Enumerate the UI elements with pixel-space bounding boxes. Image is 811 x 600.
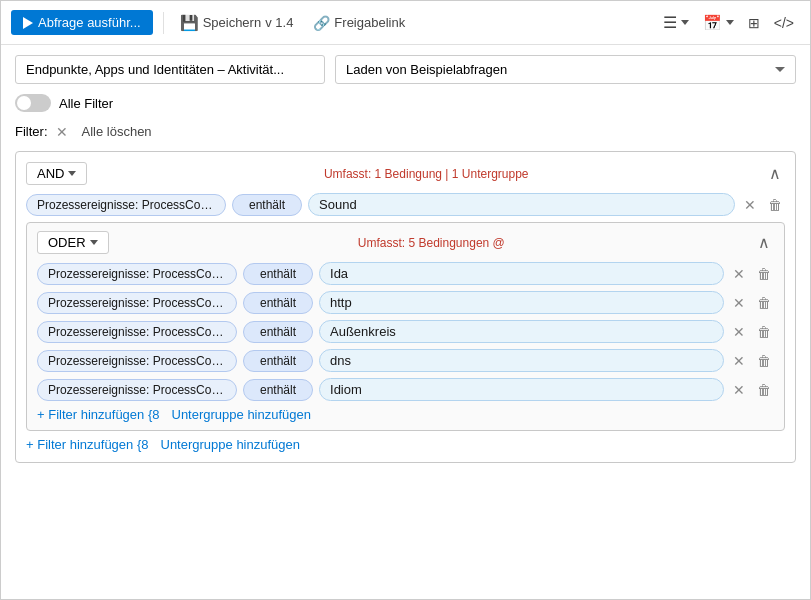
trash-icon: 🗑 [757, 353, 771, 369]
x-icon: ✕ [733, 382, 745, 398]
or-value-field-3[interactable]: dns [319, 349, 724, 372]
cal-chevron-icon [726, 20, 734, 25]
and-condition-row: Prozessereignisse: ProcessComman... enth… [26, 193, 785, 216]
code-icon: </> [774, 15, 794, 31]
or-condition-delete-button-4[interactable]: 🗑 [754, 382, 774, 398]
or-value-field-2[interactable]: Außenkreis [319, 320, 724, 343]
clear-all-label: Alle löschen [82, 124, 152, 139]
share-label: Freigabelink [334, 15, 405, 30]
and-value-field[interactable]: Sound [308, 193, 735, 216]
example-chevron-icon [775, 67, 785, 72]
or-op-button-0[interactable]: enthält [243, 263, 313, 285]
or-field-button-3[interactable]: Prozessereignisse: ProcessComman... [37, 350, 237, 372]
save-icon: 💾 [180, 14, 199, 32]
endpoint-label: Endpunkte, Apps und Identitäten – Aktivi… [26, 62, 284, 77]
or-field-label-2: Prozessereignisse: ProcessComman... [48, 325, 237, 339]
toolbar: Abfrage ausführ... 💾 Speichern v 1.4 🔗 F… [1, 1, 810, 45]
or-condition-delete-button-1[interactable]: 🗑 [754, 295, 774, 311]
or-group-header: ODER Umfasst: 5 Bedingungen @ ∧ [37, 231, 774, 254]
or-condition-delete-button-0[interactable]: 🗑 [754, 266, 774, 282]
run-query-button[interactable]: Abfrage ausführ... [11, 10, 153, 35]
or-op-button-4[interactable]: enthält [243, 379, 313, 401]
and-add-filter-label: + Filter hinzufügen {8 [26, 437, 149, 452]
or-condition-x-button-0[interactable]: ✕ [730, 266, 748, 282]
x-icon: ✕ [733, 353, 745, 369]
or-field-button-0[interactable]: Prozessereignisse: ProcessComman... [37, 263, 237, 285]
or-value-text-0: Ida [330, 266, 348, 281]
and-field-button[interactable]: Prozessereignisse: ProcessComman... [26, 194, 226, 216]
grid-icon: ⊞ [748, 15, 760, 31]
or-condition-x-button-3[interactable]: ✕ [730, 353, 748, 369]
and-op-button[interactable]: AND [26, 162, 87, 185]
or-op-button-2[interactable]: enthält [243, 321, 313, 343]
list-view-button[interactable]: ☰ [657, 9, 695, 36]
or-condition-x-button-1[interactable]: ✕ [730, 295, 748, 311]
and-condition-delete-button[interactable]: 🗑 [765, 197, 785, 213]
run-label: Abfrage ausführ... [38, 15, 141, 30]
or-collapse-icon: ∧ [758, 234, 770, 251]
or-condition-x-button-4[interactable]: ✕ [730, 382, 748, 398]
toolbar-separator [163, 12, 164, 34]
or-condition-x-button-2[interactable]: ✕ [730, 324, 748, 340]
x-icon: ✕ [733, 266, 745, 282]
or-value-field-0[interactable]: Ida [319, 262, 724, 285]
or-field-label-4: Prozessereignisse: ProcessComman... [48, 383, 237, 397]
clear-all-button[interactable]: Alle löschen [76, 120, 158, 143]
and-label: AND [37, 166, 64, 181]
and-add-filter-row: + Filter hinzufügen {8 Untergruppe hinzu… [26, 437, 785, 452]
or-field-button-2[interactable]: Prozessereignisse: ProcessComman... [37, 321, 237, 343]
and-add-subgroup-label: Untergruppe hinzufügen [161, 437, 301, 452]
or-value-field-1[interactable]: http [319, 291, 724, 314]
trash-icon: 🗑 [757, 324, 771, 340]
or-field-button-1[interactable]: Prozessereignisse: ProcessComman... [37, 292, 237, 314]
play-icon [23, 17, 33, 29]
or-condition-delete-button-2[interactable]: 🗑 [754, 324, 774, 340]
or-field-button-4[interactable]: Prozessereignisse: ProcessComman... [37, 379, 237, 401]
or-add-filter-label: + Filter hinzufügen {8 [37, 407, 160, 422]
toolbar-icon-group: ☰ 📅 ⊞ </> [657, 9, 800, 36]
or-add-filter-button[interactable]: + Filter hinzufügen {8 [37, 407, 160, 422]
or-op-button-1[interactable]: enthält [243, 292, 313, 314]
or-op-button[interactable]: ODER [37, 231, 109, 254]
or-condition-delete-button-3[interactable]: 🗑 [754, 353, 774, 369]
and-condition-x-button[interactable]: ✕ [741, 197, 759, 213]
and-field-label: Prozessereignisse: ProcessComman... [37, 198, 226, 212]
and-group-header: AND Umfasst: 1 Bedingung | 1 Untergruppe… [26, 162, 785, 185]
or-value-field-4[interactable]: Idiom [319, 378, 724, 401]
or-value-text-3: dns [330, 353, 351, 368]
or-value-text-4: Idiom [330, 382, 362, 397]
or-summary: Umfasst: 5 Bedingungen @ [358, 236, 505, 250]
or-condition-row: Prozessereignisse: ProcessComman... enth… [37, 291, 774, 314]
all-filters-toggle[interactable] [15, 94, 51, 112]
top-selectors: Endpunkte, Apps und Identitäten – Aktivi… [15, 55, 796, 84]
grid-view-button[interactable]: ⊞ [742, 11, 766, 35]
endpoint-selector[interactable]: Endpunkte, Apps und Identitäten – Aktivi… [15, 55, 325, 84]
or-op-button-3[interactable]: enthält [243, 350, 313, 372]
x-icon: ✕ [733, 295, 745, 311]
clear-all-x-button[interactable]: ✕ [54, 124, 70, 140]
or-value-text-2: Außenkreis [330, 324, 396, 339]
or-op-label-0: enthält [260, 267, 296, 281]
and-summary: Umfasst: 1 Bedingung | 1 Untergruppe [324, 167, 529, 181]
and-op-label: enthält [249, 198, 285, 212]
and-add-subgroup-button[interactable]: Untergruppe hinzufügen [161, 437, 301, 452]
or-add-subgroup-button[interactable]: Untergruppe hinzufügen [172, 407, 312, 422]
example-label: Laden von Beispielabfragen [346, 62, 507, 77]
or-op-label-3: enthält [260, 354, 296, 368]
and-op-contains-button[interactable]: enthält [232, 194, 302, 216]
save-button[interactable]: 💾 Speichern v 1.4 [174, 10, 300, 36]
or-condition-row: Prozessereignisse: ProcessComman... enth… [37, 378, 774, 401]
calendar-view-button[interactable]: 📅 [697, 10, 740, 36]
list-chevron-icon [681, 20, 689, 25]
share-button[interactable]: 🔗 Freigabelink [307, 11, 411, 35]
example-queries-selector[interactable]: Laden von Beispielabfragen [335, 55, 796, 84]
or-condition-row: Prozessereignisse: ProcessComman... enth… [37, 320, 774, 343]
or-collapse-button[interactable]: ∧ [754, 233, 774, 252]
save-label: Speichern [203, 15, 262, 30]
and-add-filter-button[interactable]: + Filter hinzufügen {8 [26, 437, 149, 452]
code-view-button[interactable]: </> [768, 11, 800, 35]
and-value-text: Sound [319, 197, 357, 212]
or-condition-row: Prozessereignisse: ProcessComman... enth… [37, 349, 774, 372]
and-collapse-button[interactable]: ∧ [765, 164, 785, 183]
all-filters-label: Alle Filter [59, 96, 113, 111]
